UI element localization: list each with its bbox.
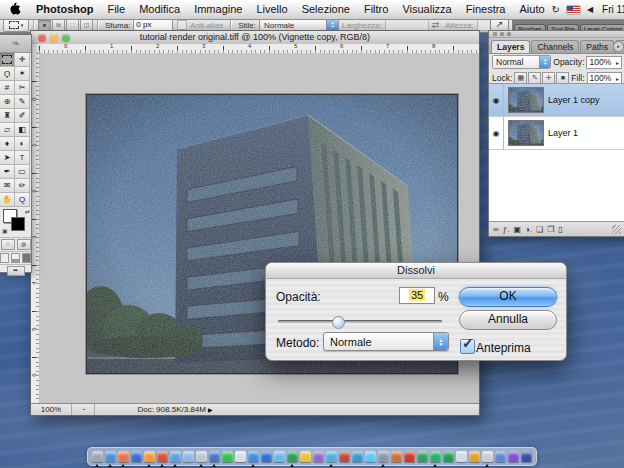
tool-lasso[interactable]: Ϙ [0, 67, 15, 81]
tool-healing-brush[interactable]: ⊕ [0, 95, 15, 109]
menu-item-file[interactable]: File [100, 0, 132, 19]
dialog-title[interactable]: Dissolvi [266, 263, 566, 279]
layer-visibility-toggle[interactable]: ◉ [489, 117, 504, 149]
close-button[interactable] [38, 34, 46, 42]
dock-app-icon[interactable] [131, 451, 142, 462]
slider-thumb[interactable] [332, 316, 345, 329]
dock-app-icon[interactable] [300, 451, 311, 462]
palette-minimize-button[interactable] [500, 32, 504, 36]
tool-pen[interactable]: ✒ [0, 165, 15, 179]
fullscreen-menubar-button[interactable] [11, 253, 20, 263]
dock-app-icon[interactable] [443, 451, 454, 462]
dock-app-icon[interactable] [209, 451, 220, 462]
toolbox-titlebar[interactable]: ❧ [0, 35, 31, 53]
dock-app-icon[interactable] [417, 451, 428, 462]
layer-group-icon[interactable]: ❏ [536, 225, 543, 234]
dock-app-icon[interactable] [508, 451, 519, 462]
palette-tab-layers[interactable]: Layers [491, 40, 530, 53]
tool-shape[interactable]: ▭ [15, 165, 30, 179]
dock-app-icon[interactable] [105, 451, 116, 462]
menu-item-selezione[interactable]: Selezione [295, 0, 357, 19]
tool-move[interactable]: ✛ [15, 53, 30, 67]
tool-hand[interactable]: ✋ [0, 193, 15, 207]
palette-resize-grip[interactable] [612, 225, 621, 234]
blend-mode-popup[interactable]: Normal ▲▼ [492, 55, 551, 69]
dock-app-icon[interactable] [287, 451, 298, 462]
dock-app-icon[interactable] [222, 451, 233, 462]
tool-notes[interactable]: ✉ [0, 179, 15, 193]
menu-item-modifica[interactable]: Modifica [132, 0, 187, 19]
minimize-button[interactable] [50, 34, 58, 42]
dock-app-icon[interactable] [469, 451, 480, 462]
menu-item-livello[interactable]: Livello [249, 0, 294, 19]
dock-app-icon[interactable] [274, 451, 285, 462]
menu-item-immagine[interactable]: Immagine [187, 0, 249, 19]
tool-gradient[interactable]: ◧ [15, 123, 30, 137]
dock-app-icon[interactable] [482, 451, 493, 462]
menu-item-filtro[interactable]: Filtro [357, 0, 395, 19]
tool-eraser[interactable]: ▱ [0, 123, 15, 137]
status-menu-arrow-icon[interactable]: ▶ [208, 407, 213, 413]
tool-preset-picker[interactable]: ▾ [3, 19, 29, 32]
dock-app-icon[interactable] [495, 451, 506, 462]
ok-button[interactable]: OK [459, 287, 557, 307]
palette-close-button[interactable] [493, 32, 497, 36]
palette-titlebar[interactable] [489, 31, 624, 38]
menu-item-aiuto[interactable]: Aiuto [512, 0, 551, 19]
dock-app-icon[interactable] [326, 451, 337, 462]
input-language-flag-icon[interactable] [567, 6, 580, 14]
opacity-field[interactable]: 100%▸ [586, 56, 622, 69]
swap-colors-icon[interactable]: ⇄ [25, 208, 30, 215]
fade-method-popup[interactable]: Normale ▲▼ [323, 332, 449, 351]
dock-app-icon[interactable] [92, 451, 103, 462]
background-color-swatch[interactable] [11, 217, 25, 231]
tool-type[interactable]: T [15, 151, 30, 165]
default-colors-icon[interactable]: ▣ [2, 227, 8, 234]
layer-row[interactable]: ◉Layer 1 [489, 117, 624, 150]
tool-brush[interactable]: ✎ [15, 95, 30, 109]
standard-screen-button[interactable] [0, 253, 9, 263]
dock-app-icon[interactable] [313, 451, 324, 462]
menu-item-photoshop[interactable]: Photoshop [29, 0, 100, 19]
dock-app-icon[interactable] [248, 451, 259, 462]
zoom-level-field[interactable]: 100% [31, 404, 72, 415]
tool-path-selection[interactable]: ➤ [0, 151, 15, 165]
document-titlebar[interactable]: tutorial render original.tiff @ 100% (Vi… [31, 31, 479, 45]
zoom-button[interactable] [62, 34, 70, 42]
layer-visibility-toggle[interactable]: ◉ [489, 84, 504, 116]
palette-zoom-button[interactable] [507, 32, 511, 36]
imageready-button[interactable]: ➥ [7, 266, 25, 276]
link-layers-icon[interactable]: ∞ [493, 225, 499, 234]
tool-slice[interactable]: ✂ [15, 81, 30, 95]
cancel-button[interactable]: Annulla [459, 310, 557, 330]
dock-app-icon[interactable] [261, 451, 272, 462]
dock-app-icon[interactable] [378, 451, 389, 462]
tool-dodge[interactable]: ◐ [15, 137, 30, 151]
menu-item-finestra[interactable]: Finestra [459, 0, 513, 19]
fullscreen-button[interactable] [22, 253, 31, 263]
dock-app-icon[interactable] [183, 451, 194, 462]
quick-mask-mode-button[interactable]: ◍ [17, 239, 31, 250]
tool-zoom[interactable]: Q [15, 193, 30, 207]
dock-app-icon[interactable] [196, 451, 207, 462]
dock-app-icon[interactable] [430, 451, 441, 462]
tool-history-brush[interactable]: ✐ [15, 109, 30, 123]
delete-layer-icon[interactable]: ▯ [558, 225, 562, 234]
dock-app-icon[interactable] [339, 451, 350, 462]
adjustment-layer-icon[interactable]: ◑. [525, 225, 532, 234]
fade-opacity-slider[interactable] [278, 315, 442, 327]
dock-app-icon[interactable] [456, 451, 467, 462]
antialias-checkbox[interactable] [177, 20, 187, 30]
tool-eyedropper[interactable]: ✏ [15, 179, 30, 193]
menu-bar-clock[interactable]: Fri 11:42 AM [600, 4, 624, 15]
dock-app-icon[interactable] [352, 451, 363, 462]
tool-crop[interactable]: # [0, 81, 15, 95]
preview-checkbox[interactable]: ✓ [460, 339, 475, 354]
palette-tab-channels[interactable]: Channels [531, 40, 579, 53]
sync-icon[interactable]: ↻ [552, 0, 560, 19]
dock-app-icon[interactable] [365, 451, 376, 462]
volume-icon[interactable]: ◀ [587, 0, 593, 19]
menu-item-visualizza[interactable]: Visualizza [395, 0, 458, 19]
fade-opacity-input[interactable]: 35 [399, 287, 435, 304]
apple-menu[interactable] [0, 2, 29, 17]
